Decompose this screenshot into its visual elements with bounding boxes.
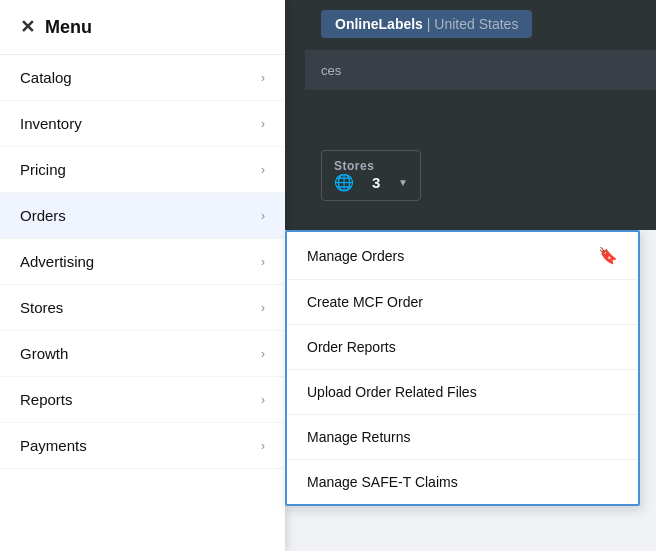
sidebar-item-reports-label: Reports: [20, 391, 73, 408]
secondary-bar-text: ces: [321, 63, 341, 78]
chevron-right-icon: ›: [261, 117, 265, 131]
submenu-item-order-reports[interactable]: Order Reports: [287, 325, 638, 370]
stores-label: Stores: [334, 159, 408, 173]
sidebar-item-stores-label: Stores: [20, 299, 63, 316]
sidebar-item-catalog-label: Catalog: [20, 69, 72, 86]
brand-name: OnlineLabels: [335, 16, 423, 32]
sidebar-item-growth[interactable]: Growth ›: [0, 331, 285, 377]
secondary-bar: ces: [305, 50, 656, 90]
sidebar-item-inventory[interactable]: Inventory ›: [0, 101, 285, 147]
sidebar-item-pricing-label: Pricing: [20, 161, 66, 178]
chevron-right-icon: ›: [261, 255, 265, 269]
brand-region: United States: [434, 16, 518, 32]
stores-count-row: 🌐 3 ▼: [334, 173, 408, 192]
sidebar-item-stores[interactable]: Stores ›: [0, 285, 285, 331]
chevron-right-icon: ›: [261, 439, 265, 453]
submenu-item-manage-orders[interactable]: Manage Orders 🔖: [287, 232, 638, 280]
submenu-item-upload-order-files[interactable]: Upload Order Related Files: [287, 370, 638, 415]
sidebar-item-advertising-label: Advertising: [20, 253, 94, 270]
submenu-item-create-mcf-order[interactable]: Create MCF Order: [287, 280, 638, 325]
chevron-right-icon: ›: [261, 347, 265, 361]
sidebar-item-payments[interactable]: Payments ›: [0, 423, 285, 469]
sidebar-item-catalog[interactable]: Catalog ›: [0, 55, 285, 101]
sidebar-item-payments-label: Payments: [20, 437, 87, 454]
sidebar-item-growth-label: Growth: [20, 345, 68, 362]
sidebar-item-orders[interactable]: Orders ›: [0, 193, 285, 239]
menu-header: ✕ Menu: [0, 0, 285, 55]
brand-badge[interactable]: OnlineLabels | United States: [321, 10, 532, 38]
submenu-item-manage-orders-label: Manage Orders: [307, 248, 404, 264]
chevron-right-icon: ›: [261, 209, 265, 223]
orders-submenu-panel: Manage Orders 🔖 Create MCF Order Order R…: [285, 230, 640, 506]
sidebar-item-inventory-label: Inventory: [20, 115, 82, 132]
chevron-right-icon: ›: [261, 71, 265, 85]
submenu-item-manage-returns[interactable]: Manage Returns: [287, 415, 638, 460]
sidebar-item-orders-label: Orders: [20, 207, 66, 224]
menu-close-icon[interactable]: ✕: [20, 16, 35, 38]
stores-count: 3: [372, 174, 380, 191]
submenu-item-manage-safe-t-label: Manage SAFE-T Claims: [307, 474, 458, 490]
sidebar-item-advertising[interactable]: Advertising ›: [0, 239, 285, 285]
globe-icon: 🌐: [334, 173, 354, 192]
chevron-right-icon: ›: [261, 163, 265, 177]
chevron-down-icon: ▼: [398, 177, 408, 188]
submenu-item-manage-safe-t[interactable]: Manage SAFE-T Claims: [287, 460, 638, 504]
submenu-item-manage-returns-label: Manage Returns: [307, 429, 411, 445]
menu-panel: ✕ Menu Catalog › Inventory › Pricing › O…: [0, 0, 285, 551]
filter-area: Stores 🌐 3 ▼: [305, 150, 656, 201]
top-bar: OnlineLabels | United States: [305, 10, 656, 38]
submenu-item-order-reports-label: Order Reports: [307, 339, 396, 355]
sidebar-item-reports[interactable]: Reports ›: [0, 377, 285, 423]
submenu-item-create-mcf-order-label: Create MCF Order: [307, 294, 423, 310]
chevron-right-icon: ›: [261, 393, 265, 407]
stores-dropdown-button[interactable]: Stores 🌐 3 ▼: [321, 150, 421, 201]
sidebar-item-pricing[interactable]: Pricing ›: [0, 147, 285, 193]
bookmark-icon[interactable]: 🔖: [598, 246, 618, 265]
menu-title: Menu: [45, 17, 92, 38]
submenu-item-upload-order-files-label: Upload Order Related Files: [307, 384, 477, 400]
chevron-right-icon: ›: [261, 301, 265, 315]
